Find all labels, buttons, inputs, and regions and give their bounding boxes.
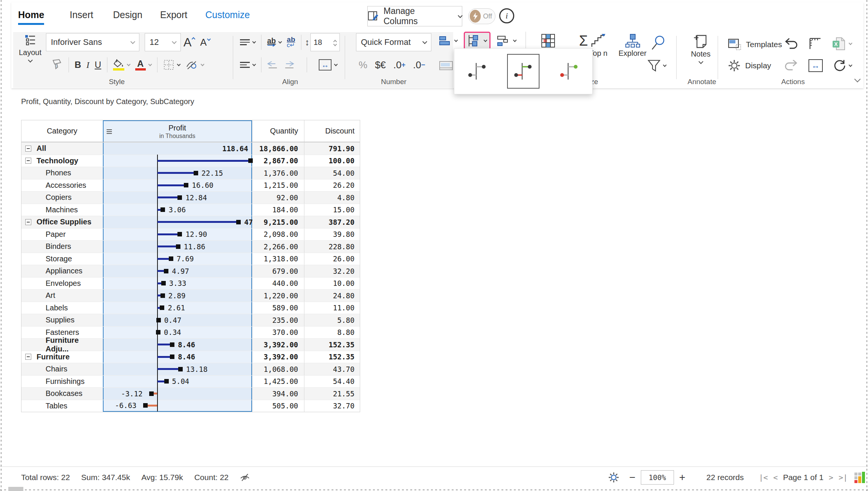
prev-page-button[interactable]: < [773,473,778,482]
info-icon[interactable]: i [499,8,514,23]
table-row[interactable]: Supplies0.47235.005.80 [21,314,360,326]
profit-cell[interactable]: 0.47 [103,314,252,326]
category-cell[interactable]: Furniture Adju... [21,339,103,351]
increase-indent-button[interactable] [281,56,298,74]
column-header-discount[interactable]: Discount [304,120,360,142]
collapse-icon[interactable] [25,354,31,360]
collapse-icon[interactable] [25,158,31,164]
quantity-cell[interactable]: 1,220.00 [252,290,304,302]
category-cell[interactable]: Appliances [21,265,103,277]
settings-gear-icon[interactable] [608,472,619,483]
lollipop-chart-button[interactable] [464,32,491,50]
borders-button[interactable] [160,56,183,74]
search-button[interactable] [648,34,668,52]
discount-cell[interactable]: 54.40 [304,376,360,388]
tab-design[interactable]: Design [113,9,142,20]
decrease-decimal-button[interactable]: .0− [410,56,428,74]
quantity-cell[interactable]: 370.00 [252,327,304,339]
collapse-icon[interactable] [25,219,31,225]
tab-home[interactable]: Home [18,9,44,20]
profit-cell[interactable]: 4.97 [103,265,252,277]
table-row[interactable]: Labels2.61589.0011.00 [21,302,360,314]
undo-button[interactable] [782,35,801,53]
column-header-profit[interactable]: Profit in Thousands [103,120,252,142]
collapse-icon[interactable] [25,146,31,152]
explorer-button[interactable]: Explorer [616,34,649,58]
fit-width-button[interactable]: ↔ [806,57,825,75]
profit-cell[interactable]: 16.60 [103,180,252,192]
table-row[interactable]: Binders11.862,266.00228.80 [21,240,360,253]
table-row[interactable]: Envelopes3.33440.0010.00 [21,277,360,290]
zoom-out-button[interactable]: − [629,471,635,483]
profit-cell[interactable]: 0.34 [103,327,252,339]
discount-cell[interactable]: 15.00 [304,204,360,216]
discount-cell[interactable]: 43.70 [304,363,360,375]
category-cell[interactable]: All [21,143,103,155]
column-menu-icon[interactable] [107,129,112,134]
discount-cell[interactable]: 228.80 [304,241,360,253]
discount-cell[interactable]: 26.20 [304,180,360,192]
table-row[interactable]: Technology2,867.00100.00 [21,155,360,167]
manage-columns-button[interactable]: Manage Columns [367,6,462,26]
discount-cell[interactable]: 21.55 [304,388,360,400]
decrease-indent-button[interactable] [264,56,281,74]
quantity-cell[interactable]: 1,425.00 [252,376,304,388]
column-width-button[interactable]: ↔ [316,56,340,74]
profit-cell[interactable]: 13.18 [103,363,252,375]
table-row[interactable]: Office Supplies479,215.00387.20 [21,216,360,228]
wrap-text-button[interactable]: ab c↵ [284,33,298,51]
quantity-cell[interactable]: 92.00 [252,192,304,204]
font-family-select[interactable]: Inforiver Sans [46,33,139,51]
table-row[interactable]: Furniture Adju...8.463,392.00152.35 [21,338,360,351]
resize-handle[interactable] [8,487,23,491]
category-cell[interactable]: Labels [21,302,103,314]
ruler-button[interactable] [806,35,824,53]
font-size-select[interactable]: 12 [145,33,181,51]
table-row[interactable]: Furniture8.463,392.00152.35 [21,351,360,363]
quantity-cell[interactable]: 679.00 [252,265,304,277]
filter-button[interactable] [645,57,669,75]
chevron-down-icon[interactable] [333,43,337,46]
discount-cell[interactable]: 100.00 [304,155,360,167]
ai-toggle[interactable]: Off [468,8,495,24]
table-row[interactable]: Art2.891,220.0024.80 [21,289,360,302]
discount-cell[interactable]: 8.80 [304,327,360,339]
table-row[interactable]: Storage7.691,318.0026.00 [21,253,360,265]
quantity-cell[interactable]: 589.00 [252,302,304,314]
quantity-cell[interactable]: 1,215.00 [252,180,304,192]
category-cell[interactable]: Accessories [21,180,103,192]
column-header-category[interactable]: Category [21,120,103,142]
quantity-cell[interactable]: 184.00 [252,204,304,216]
table-row[interactable]: Furnishings5.041,425.0054.40 [21,375,360,388]
clear-format-button[interactable] [183,56,206,74]
italic-button[interactable]: I [84,56,92,74]
table-row[interactable]: Machines3.06184.0015.00 [21,204,360,216]
discount-cell[interactable]: 39.80 [304,229,360,241]
discount-cell[interactable]: 54.00 [304,167,360,179]
underline-button[interactable]: U [92,56,104,74]
category-cell[interactable]: Binders [21,241,103,253]
column-header-quantity[interactable]: Quantity [252,120,304,142]
quantity-cell[interactable]: 2,098.00 [252,229,304,241]
table-row[interactable]: Bookcases-3.12394.0021.55 [21,387,360,400]
combo-chart-button[interactable] [494,32,519,50]
category-cell[interactable]: Bookcases [21,388,103,400]
discount-cell[interactable]: 32.70 [304,400,360,412]
category-cell[interactable]: Art [21,290,103,302]
quantity-cell[interactable]: 394.00 [252,388,304,400]
profit-cell[interactable]: 12.90 [103,229,252,241]
discount-cell[interactable]: 11.00 [304,302,360,314]
category-cell[interactable]: Paper [21,229,103,241]
quantity-cell[interactable]: 9,215.00 [252,216,304,228]
profit-cell[interactable]: 7.69 [103,253,252,265]
discount-cell[interactable]: 5.80 [304,314,360,326]
discount-cell[interactable]: 10.00 [304,278,360,290]
category-cell[interactable]: Office Supplies [21,216,103,228]
profit-cell[interactable]: -3.12 [103,388,252,400]
profit-cell[interactable]: 3.33 [103,278,252,290]
category-cell[interactable]: Supplies [21,314,103,326]
category-cell[interactable]: Envelopes [21,278,103,290]
templates-button[interactable]: Templates [725,35,785,54]
quantity-cell[interactable]: 3,392.00 [252,339,304,351]
vertical-align-button[interactable] [237,33,258,51]
